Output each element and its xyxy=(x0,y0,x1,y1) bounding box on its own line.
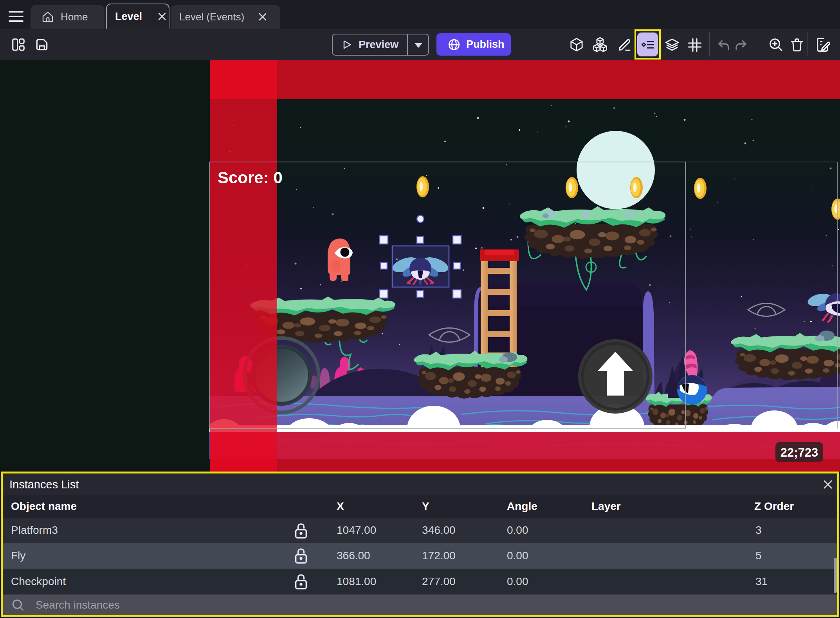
svg-text:22;723: 22;723 xyxy=(781,446,818,459)
svg-text:Score: 0: Score: 0 xyxy=(218,168,283,187)
